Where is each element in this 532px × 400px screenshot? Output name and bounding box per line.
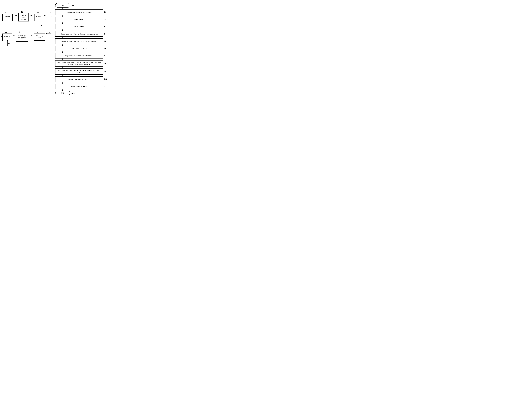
step-text-s7: project motion path values onto sensor (65, 55, 93, 57)
svg-text:16: 16 (5, 32, 7, 33)
step-s6: estimate size of PSF S6 (55, 46, 108, 51)
arrow-0-1 (63, 7, 63, 9)
step-label-s5: S5 (104, 40, 108, 42)
step-s2: open shutter S2 (55, 17, 108, 22)
svg-text:112: 112 (44, 15, 46, 17)
step-label-s1: S1 (104, 11, 108, 13)
flow-box-s3: close shutter (55, 24, 103, 29)
step-label-s12: S12 (71, 92, 75, 94)
step-text-s8: integrate for each sensor pixel motion p… (57, 62, 101, 65)
svg-text:100: 100 (8, 43, 10, 44)
svg-text:2: 2 (5, 12, 6, 13)
svg-marker-13 (34, 17, 35, 18)
step-label-s4: S4 (104, 33, 108, 35)
step-text-s11: obtain deblurred image (71, 85, 88, 87)
step-s8: integrate for each sensor pixel motion p… (55, 60, 108, 66)
svg-text:data: data (22, 17, 25, 18)
svg-text:112: 112 (40, 25, 42, 27)
svg-text:14: 14 (36, 32, 38, 33)
arrow-11-12 (63, 89, 63, 91)
arrow-5-6 (63, 44, 63, 46)
step-s12: END S12 (55, 91, 75, 95)
main-container: motion sensor 2 102 motion data converte… (0, 0, 133, 100)
arrow-8-9 (63, 66, 63, 68)
arrow-1-2 (63, 15, 63, 17)
svg-text:sensor: sensor (5, 17, 10, 19)
arrow-4-5 (63, 37, 63, 39)
svg-text:116: 116 (1, 39, 3, 40)
step-s7: project motion path values onto sensor S… (55, 53, 108, 58)
flow-box-s8: integrate for each sensor pixel motion p… (55, 60, 103, 66)
svg-text:13: 13 (49, 12, 51, 13)
svg-text:113: 113 (48, 32, 50, 33)
svg-text:102: 102 (15, 15, 17, 17)
step-s3: close shutter S3 (55, 24, 108, 29)
svg-text:15: 15 (19, 31, 20, 33)
svg-marker-38 (28, 37, 29, 38)
svg-text:and centering: and centering (18, 36, 26, 38)
step-s4: determine motion detection data during e… (55, 31, 108, 37)
svg-text:integrating: integrating (36, 35, 43, 37)
step-text-s6: estimate size of PSF (71, 48, 86, 50)
step-label-s2: S2 (104, 18, 108, 20)
svg-text:normalizing: normalizing (19, 34, 25, 36)
flowchart-steps: START S0 start motion detection on two a… (55, 1, 131, 95)
step-s1: start motion detection on two axes S1 (55, 9, 108, 15)
step-text-s3: close shutter (74, 26, 84, 28)
flowchart: START S0 start motion detection on two a… (53, 0, 133, 100)
flow-box-s7: project motion path values onto sensor (55, 53, 103, 58)
step-s10: apply deconvolution using final PSF S10 (55, 76, 108, 82)
step-label-s10: S10 (104, 78, 108, 80)
flow-box-s5: convert motion detection data into degre… (55, 39, 103, 44)
arrow-9-10 (63, 75, 63, 76)
flow-box-s4: determine motion detection data during e… (55, 31, 103, 37)
svg-marker-20 (46, 17, 47, 18)
flow-box-s6: estimate size of PSF (55, 46, 103, 51)
step-text-s5: convert motion detection data into degre… (61, 40, 97, 42)
svg-text:115: 115 (13, 35, 15, 37)
flow-box-s11: obtain deblurred image (55, 84, 103, 89)
end-label: END (61, 92, 64, 94)
svg-text:estimator: estimator (49, 17, 51, 19)
svg-text:11: 11 (21, 11, 23, 13)
step-label-s0: S0 (71, 4, 75, 6)
svg-marker-27 (39, 33, 40, 34)
step-label-s6: S6 (104, 47, 108, 50)
step-label-s8: S8 (104, 62, 108, 65)
start-label: START (60, 4, 65, 6)
step-label-s3: S3 (104, 26, 108, 28)
arrow-7-8 (63, 58, 63, 60)
flow-box-s9: normalize and center initial estimate of… (55, 68, 103, 75)
svg-text:unit: unit (6, 37, 8, 39)
svg-text:12: 12 (37, 12, 39, 13)
step-label-s11: S11 (104, 85, 108, 87)
step-text-s1: start motion detection on two axes (67, 11, 91, 13)
svg-text:116: 116 (1, 36, 2, 37)
step-s5: convert motion detection data into degre… (55, 39, 108, 44)
step-text-s9: normalize and center initial estimate of… (57, 70, 101, 73)
arrow-2-3 (63, 22, 63, 24)
svg-text:114: 114 (30, 35, 32, 36)
svg-marker-31 (46, 33, 47, 34)
svg-text:unit: unit (38, 37, 41, 39)
step-text-s10: apply deconvolution using final PSF (66, 78, 92, 80)
step-s0: START S0 (55, 3, 75, 7)
step-s9: normalize and center initial estimate of… (55, 68, 108, 75)
step-s11: obtain deblurred image S11 (55, 84, 108, 89)
svg-text:projecting: projecting (36, 15, 42, 17)
svg-text:111: 111 (31, 15, 33, 17)
block-diagram: motion sensor 2 102 motion data converte… (0, 0, 53, 100)
flow-box-s2: open shutter (55, 17, 103, 22)
step-label-s7: S7 (104, 55, 108, 57)
arrow-3-4 (63, 29, 63, 31)
step-text-s4: determine motion detection data during e… (60, 33, 99, 35)
svg-text:motion: motion (21, 15, 25, 16)
end-oval: END (55, 91, 70, 95)
flow-box-s10: apply deconvolution using final PSF (55, 76, 103, 82)
flow-box-s1: start motion detection on two axes (55, 9, 103, 15)
svg-marker-5 (18, 17, 19, 18)
step-text-s2: open shutter (75, 19, 83, 20)
svg-text:size: size (51, 15, 51, 17)
step-label-s9: S9 (104, 71, 108, 72)
svg-text:converter: converter (21, 18, 26, 20)
